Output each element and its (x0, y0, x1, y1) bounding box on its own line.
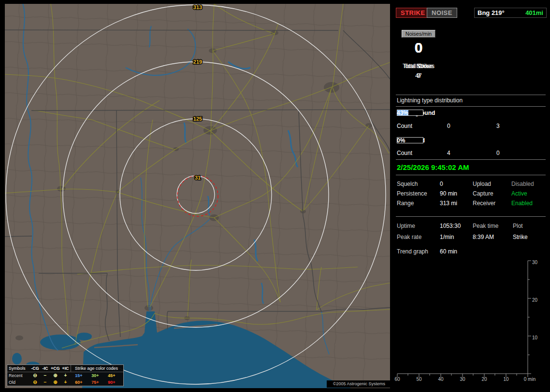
divider (396, 159, 546, 160)
nexstorm-window: { "window": { "credit": "©2005 Astrogeni… (0, 0, 550, 392)
plot-value: Strike (513, 234, 528, 240)
legend-col-pos-ic: +IC (60, 365, 71, 372)
x-tick-label: 30 (460, 377, 465, 382)
x-tick-label: 10 (503, 377, 509, 382)
age-code-90: 90+ (103, 379, 120, 386)
y-tick-label: 30 (532, 260, 538, 265)
bearing-distance: 401mi (525, 9, 543, 16)
neg-ic-symbol-icon: − (40, 379, 50, 386)
total-noises-value: 47 (394, 72, 443, 79)
trend-graph-window: 60 min (440, 248, 457, 255)
ic-negative-percent: 0% (397, 137, 405, 144)
pos-cg-symbol-icon: ⊕ (50, 379, 60, 386)
plot-label: Plot (513, 223, 523, 229)
receiver-status: Enabled (511, 200, 533, 207)
age-code-45: 45+ (103, 372, 120, 379)
peak-time-value: 8:39 AM (473, 234, 494, 240)
legend-header-row: Symbols -CG -IC +CG +IC Strike age color… (7, 365, 123, 372)
cloud-ground-row: Cloud-ground + 0% − 43% (397, 110, 547, 117)
noises-per-min-button[interactable]: Noises/min (402, 30, 435, 38)
uptime-value: 1053:30 (440, 223, 461, 229)
pos-cg-symbol-icon: ⊕ (50, 372, 60, 379)
copyright-credit: ©2005 Astrogenic Systems (327, 380, 391, 388)
cg-positive-count: 0 (447, 123, 450, 129)
minor-ticks (408, 280, 530, 376)
range-ring-label: 125 (193, 116, 202, 122)
divider (396, 175, 546, 175)
peak-time-label: Peak time (473, 223, 498, 229)
ic-negative-count: 0 (496, 150, 500, 156)
count-label: Count (397, 150, 412, 156)
range-value: 313 mi (440, 200, 457, 207)
range-ring-label: 219 (193, 59, 202, 65)
uptime-label: Uptime (397, 223, 415, 229)
age-code-75: 75+ (87, 379, 103, 386)
upload-status: Disabled (511, 181, 534, 187)
divider (396, 216, 546, 217)
legend-age-header: Strike age color codes (71, 365, 122, 372)
x-tick-label: 60 (394, 377, 400, 382)
range-label: Range (397, 200, 414, 207)
trend-axes (397, 261, 528, 374)
intracloud-row: Intracloud + 57% − 0% (397, 137, 547, 144)
status-panel: STRIKE NOISE Bng 219° 401mi Strikes/min … (394, 4, 549, 388)
noises-per-min-value: 0 (394, 40, 443, 56)
legend-old-row: Old ⊖ − ⊕ + 60+ 75+ 90+ (7, 379, 123, 386)
capture-label: Capture (473, 190, 493, 197)
neg-cg-symbol-icon: ⊖ (30, 379, 40, 386)
persistence-label: Persistence (397, 190, 427, 197)
cg-negative-percent: 43% (397, 110, 408, 116)
legend-col-neg-ic: -IC (40, 365, 50, 372)
current-datetime: 2/25/2026 9:45:02 AM (397, 163, 469, 171)
legend-recent-label: Recent (9, 372, 30, 379)
y-tick-label: 20 (532, 297, 538, 303)
peak-rate-value: 1/min (440, 234, 454, 240)
capture-status: Active (511, 190, 527, 197)
squelch-label: Squelch (397, 181, 418, 187)
map-canvas: 313 219 125 31 (5, 4, 390, 388)
major-ticks (397, 261, 531, 377)
strike-mode-button[interactable]: STRIKE (396, 8, 430, 18)
lightning-radar-map: 313 219 125 31 Symbols -CG -IC +CG +IC S… (5, 4, 390, 388)
age-code-15: 15+ (71, 372, 87, 379)
range-ring-label: 313 (193, 4, 202, 10)
divider (396, 106, 546, 107)
distribution-title: Lightning type distribution (397, 97, 463, 104)
upload-label: Upload (473, 181, 491, 187)
total-noises-label: Total Noises (394, 63, 443, 70)
x-tick-label: 20 (481, 377, 487, 382)
persistence-value: 90 min (440, 190, 457, 197)
y-tick-label: 10 (532, 335, 538, 340)
x-tick-label: 50 (416, 377, 422, 382)
range-ring-label: 31 (195, 175, 201, 181)
neg-ic-symbol-icon: − (40, 372, 50, 379)
trend-graph: 30 20 10 60 50 40 30 20 10 0 min (394, 257, 549, 388)
map-legend: Symbols -CG -IC +CG +IC Strike age color… (7, 364, 124, 386)
bearing-readout: Bng 219° 401mi (474, 8, 547, 18)
trend-graph-label: Trend graph (397, 248, 428, 255)
count-label: Count (397, 123, 412, 129)
ic-positive-count: 4 (447, 150, 450, 156)
pos-ic-symbol-icon: + (60, 379, 71, 386)
divider (396, 95, 546, 95)
age-code-30: 30+ (87, 372, 103, 379)
peak-rate-label: Peak rate (397, 234, 421, 240)
pos-ic-symbol-icon: + (60, 372, 71, 379)
squelch-value: 0 (440, 181, 443, 187)
noise-mode-button[interactable]: NOISE (427, 8, 457, 18)
cg-negative-count: 3 (496, 123, 500, 129)
legend-col-neg-cg: -CG (30, 365, 40, 372)
origin-label: 0 min (524, 377, 536, 382)
x-tick-label: 40 (438, 377, 444, 382)
receiver-label: Receiver (473, 200, 495, 207)
legend-old-label: Old (9, 379, 30, 386)
legend-symbols-header: Symbols (9, 365, 30, 372)
legend-col-pos-cg: +CG (50, 365, 60, 372)
age-code-60: 60+ (71, 379, 87, 386)
neg-cg-symbol-icon: ⊖ (30, 372, 40, 379)
legend-recent-row: Recent ⊖ − ⊕ + 15+ 30+ 45+ (7, 372, 123, 379)
bearing-value: Bng 219° (478, 9, 505, 16)
